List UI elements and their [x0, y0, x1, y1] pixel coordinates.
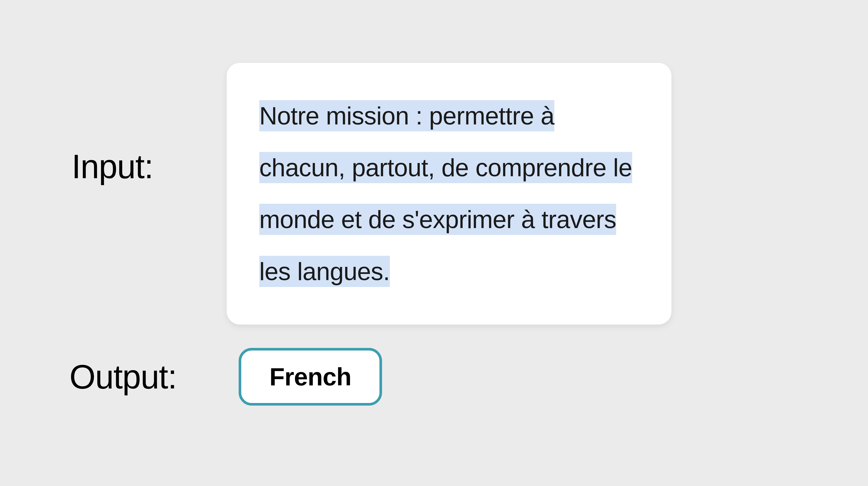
- input-label: Input:: [71, 148, 153, 186]
- output-badge: French: [239, 348, 382, 406]
- output-value: French: [270, 362, 351, 391]
- diagram-container: Input: Notre mission : permettre à chacu…: [0, 0, 868, 486]
- input-card: Notre mission : permettre à chacun, part…: [227, 63, 672, 325]
- input-highlighted-text: Notre mission : permettre à chacun, part…: [259, 100, 632, 287]
- output-label: Output:: [69, 358, 177, 396]
- input-text-content: Notre mission : permettre à chacun, part…: [259, 90, 640, 297]
